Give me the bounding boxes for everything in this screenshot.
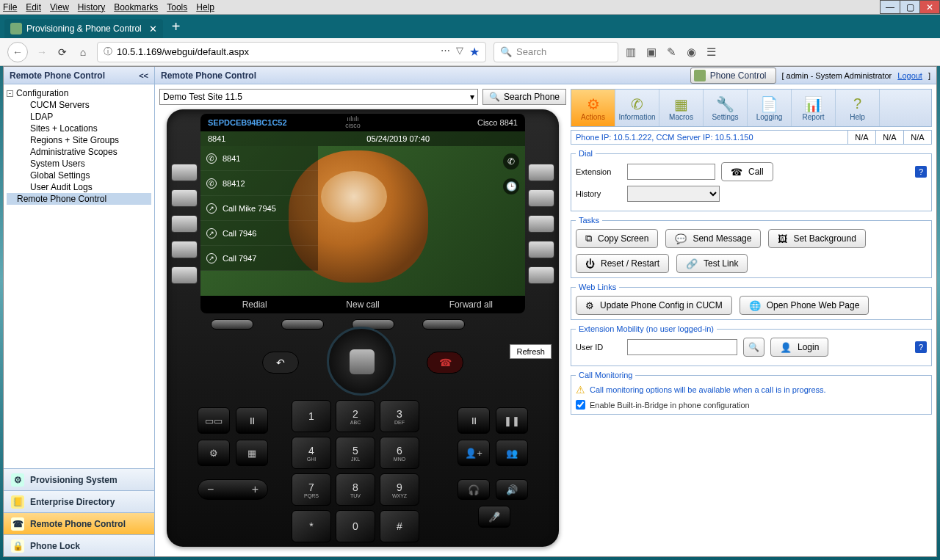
test-link-button[interactable]: 🔗Test Link bbox=[676, 254, 748, 273]
dialpad-key-0[interactable]: 0 bbox=[336, 510, 375, 542]
home-button[interactable]: ⌂ bbox=[76, 46, 90, 59]
softkey-forward[interactable]: Forward all bbox=[417, 296, 525, 313]
refresh-button[interactable]: Refresh bbox=[510, 344, 552, 359]
window-minimize[interactable]: — bbox=[880, 0, 900, 14]
highlighter-icon[interactable]: ✎ bbox=[667, 46, 676, 59]
browser-search[interactable]: 🔍 Search bbox=[494, 42, 618, 62]
logout-link[interactable]: Logout bbox=[897, 71, 922, 80]
url-bar[interactable]: ⓘ ⋯ ▽ ★ bbox=[97, 42, 486, 62]
update-config-button[interactable]: ⚙Update Phone Config in CUCM bbox=[576, 296, 732, 315]
tree-root-configuration[interactable]: - Configuration bbox=[7, 87, 151, 99]
line-key[interactable] bbox=[528, 266, 554, 284]
headset-key[interactable]: 🎧 bbox=[458, 479, 490, 500]
window-maximize[interactable]: ▢ bbox=[900, 0, 920, 14]
speaker-key[interactable]: 🔊 bbox=[496, 479, 528, 500]
phone-line[interactable]: ✆88412 bbox=[200, 171, 318, 196]
ribbon-settings[interactable]: 🔧Settings bbox=[704, 90, 748, 126]
ribbon-report[interactable]: 📊Report bbox=[792, 90, 836, 126]
new-tab-button[interactable]: + bbox=[172, 18, 181, 35]
tree-item[interactable]: Regions + Site Groups bbox=[7, 134, 151, 146]
reset-restart-button[interactable]: ⏻Reset / Restart bbox=[576, 254, 669, 273]
dialpad-key-6[interactable]: 6MNO bbox=[380, 437, 419, 469]
history-select[interactable] bbox=[627, 186, 720, 202]
phone-line[interactable]: ↗Call 7946 bbox=[200, 221, 318, 246]
transfer-key[interactable]: ⏸ bbox=[458, 407, 490, 434]
tree-item[interactable]: Administrative Scopes bbox=[7, 146, 151, 158]
phone-line[interactable]: ✆8841 bbox=[200, 146, 318, 171]
menu-file[interactable]: File bbox=[3, 2, 17, 12]
ribbon-macros[interactable]: ▦Macros bbox=[659, 90, 704, 126]
softkey-button[interactable] bbox=[422, 319, 465, 330]
browser-tab[interactable]: Provisioning & Phone Control ✕ bbox=[4, 19, 163, 38]
url-input[interactable] bbox=[117, 46, 436, 57]
userid-search-button[interactable]: 🔍 bbox=[743, 338, 764, 357]
tab-close-icon[interactable]: ✕ bbox=[149, 23, 157, 34]
dialpad-key-1[interactable]: 1 bbox=[292, 400, 331, 432]
menu-view[interactable]: View bbox=[50, 2, 69, 12]
ribbon-logging[interactable]: 📄Logging bbox=[748, 90, 792, 126]
tree-item[interactable]: Sites + Locations bbox=[7, 123, 151, 134]
ribbon-actions[interactable]: ⚙Actions bbox=[571, 90, 615, 126]
conference-key[interactable]: 👤+ bbox=[458, 440, 490, 466]
line-key[interactable] bbox=[528, 215, 554, 233]
nav-cluster[interactable] bbox=[327, 327, 396, 396]
sidebar-toggle-icon[interactable]: ▣ bbox=[646, 46, 657, 59]
tree-item[interactable]: User Audit Logs bbox=[7, 181, 151, 193]
line-key[interactable] bbox=[528, 189, 554, 207]
dialpad-key-3[interactable]: 3DEF bbox=[380, 400, 419, 432]
forward-button[interactable]: → bbox=[35, 46, 48, 59]
copy-screen-button[interactable]: ⧉Copy Screen bbox=[576, 229, 658, 248]
dialpad-key-5[interactable]: 5JKL bbox=[336, 437, 375, 469]
tree-item[interactable]: Global Settings bbox=[7, 170, 151, 181]
phone-control-button[interactable]: Phone Control bbox=[690, 68, 776, 84]
softkey-button[interactable] bbox=[211, 319, 253, 330]
phone-line[interactable]: ↗Call Mike 7945 bbox=[200, 196, 318, 221]
voicemail-key[interactable]: ▭▭ bbox=[198, 407, 230, 434]
library-icon[interactable]: ▥ bbox=[626, 46, 636, 59]
menu-edit[interactable]: Edit bbox=[26, 2, 41, 12]
send-message-button[interactable]: 💬Send Message bbox=[665, 229, 761, 248]
tree-item-selected[interactable]: Remote Phone Control bbox=[7, 193, 151, 205]
pause-key[interactable]: ❚❚ bbox=[496, 407, 528, 434]
line-key[interactable] bbox=[171, 215, 198, 233]
tree-collapse-icon[interactable]: - bbox=[7, 90, 13, 97]
site-info-icon[interactable]: ⓘ bbox=[104, 46, 112, 58]
softkey-newcall[interactable]: New call bbox=[308, 296, 416, 313]
dialpad-key-8[interactable]: 8TUV bbox=[336, 473, 375, 506]
nav-section-phone-lock[interactable]: 🔒Phone Lock bbox=[4, 534, 154, 556]
menu-tools[interactable]: Tools bbox=[167, 2, 187, 12]
contacts-key[interactable]: 👥 bbox=[496, 440, 528, 466]
ribbon-information[interactable]: ✆Information bbox=[615, 90, 659, 126]
phone-line[interactable]: ↗Call 7947 bbox=[200, 246, 318, 271]
volume-rocker[interactable]: −+ bbox=[198, 479, 268, 500]
help-icon[interactable]: ? bbox=[915, 341, 927, 353]
call-button[interactable]: ☎Call bbox=[721, 162, 773, 181]
hold-key[interactable]: ⏸ bbox=[236, 407, 268, 434]
line-key[interactable] bbox=[171, 189, 198, 207]
account-icon[interactable]: ◉ bbox=[687, 46, 696, 59]
dialpad-key-7[interactable]: 7PQRS bbox=[292, 473, 331, 506]
userid-input[interactable] bbox=[627, 339, 737, 355]
hamburger-menu-icon[interactable]: ☰ bbox=[706, 46, 716, 59]
ribbon-help[interactable]: ?Help bbox=[836, 90, 880, 126]
search-phone-button[interactable]: 🔍 Search Phone bbox=[482, 89, 566, 105]
bookmark-star-icon[interactable]: ★ bbox=[469, 45, 480, 59]
line-key[interactable] bbox=[171, 266, 198, 284]
site-select[interactable]: Demo Test Site 11.5 ▾ bbox=[159, 89, 478, 105]
directory-key[interactable]: ▦ bbox=[236, 440, 268, 466]
dialpad-key-2[interactable]: 2ABC bbox=[336, 400, 375, 432]
line-key[interactable] bbox=[171, 241, 198, 258]
window-close[interactable]: ✕ bbox=[919, 0, 940, 14]
more-icon[interactable]: ⋯ bbox=[441, 45, 450, 59]
set-background-button[interactable]: 🖼Set Background bbox=[768, 229, 865, 248]
phone-back-button[interactable]: ↶ bbox=[262, 352, 299, 374]
settings-key[interactable]: ⚙ bbox=[198, 440, 230, 466]
tree-item[interactable]: LDAP bbox=[7, 111, 151, 123]
softkey-button[interactable] bbox=[281, 319, 324, 330]
dialpad-key-star[interactable]: * bbox=[292, 510, 331, 542]
softkey-redial[interactable]: Redial bbox=[200, 296, 308, 313]
tree-item[interactable]: System Users bbox=[7, 158, 151, 170]
reload-button[interactable]: ⟳ bbox=[56, 46, 69, 59]
nav-section-provisioning[interactable]: ⚙Provisioning System bbox=[4, 468, 154, 490]
phone-end-call-button[interactable]: ☎ bbox=[427, 352, 463, 374]
